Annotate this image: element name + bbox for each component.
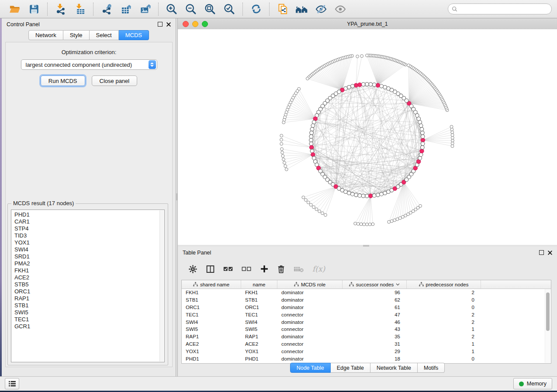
delete-column-icon[interactable] xyxy=(277,265,285,274)
table-scrollbar-thumb[interactable] xyxy=(546,292,550,331)
tab-network[interactable]: Network xyxy=(28,30,63,40)
column-header-shared-name[interactable]: shared name xyxy=(182,280,241,289)
node-table-body: FKH1FKH1dominator962STB1STB1dominator620… xyxy=(182,289,551,362)
task-list-icon xyxy=(8,381,16,387)
search-icon xyxy=(452,6,458,12)
float-table-panel-icon[interactable] xyxy=(539,250,544,255)
search-input[interactable] xyxy=(458,6,548,13)
tab-select[interactable]: Select xyxy=(90,30,119,40)
table-row[interactable]: SWI5SWI5connector431 xyxy=(182,326,551,333)
memory-button[interactable]: Memory xyxy=(513,378,552,389)
zoom-in-icon xyxy=(166,3,178,15)
import-network-button[interactable] xyxy=(54,3,67,16)
deselect-all-rows-icon[interactable] xyxy=(242,265,252,272)
table-row[interactable]: SWI4SWI4dominator462 xyxy=(182,318,551,326)
tab-motifs[interactable]: Motifs xyxy=(418,363,445,373)
table-scrollbar[interactable] xyxy=(545,289,550,363)
mcds-tab-panel: Optimization criterion: largest connecte… xyxy=(5,42,173,367)
open-file-button[interactable] xyxy=(8,3,21,16)
table-row[interactable]: STB1STB1dominator620 xyxy=(182,296,551,304)
hide-selected-button[interactable] xyxy=(315,3,328,16)
mcds-result-item[interactable]: STP4 xyxy=(14,225,164,232)
mcds-result-item[interactable]: STB5 xyxy=(14,281,164,288)
table-settings-gear-icon[interactable] xyxy=(188,265,197,274)
task-history-button[interactable] xyxy=(5,378,19,389)
show-all-icon xyxy=(334,3,346,15)
tab-mcds[interactable]: MCDS xyxy=(119,30,149,40)
mcds-result-item[interactable]: CAR1 xyxy=(14,218,164,225)
zoom-out-button[interactable] xyxy=(184,3,197,16)
mcds-result-item[interactable]: ORC1 xyxy=(14,288,164,295)
mcds-result-item[interactable]: STB1 xyxy=(14,302,164,309)
table-row[interactable]: ACE2ACE2connector311 xyxy=(182,340,551,348)
duplicate-network-icon xyxy=(277,3,289,15)
tab-style[interactable]: Style xyxy=(63,30,90,40)
mcds-result-item[interactable]: TID3 xyxy=(14,232,164,239)
float-panel-icon[interactable] xyxy=(158,22,163,27)
refresh-layout-button[interactable] xyxy=(249,3,263,16)
export-table-button[interactable] xyxy=(119,3,132,16)
mcds-list-scrollbar[interactable] xyxy=(159,210,164,361)
table-row[interactable]: PHD1PHD1dominator180 xyxy=(182,355,551,362)
table-row[interactable]: ORC1ORC1dominator610 xyxy=(182,304,551,311)
status-bar: Memory xyxy=(0,376,557,391)
tab-node-table[interactable]: Node Table xyxy=(290,363,331,373)
save-session-button[interactable] xyxy=(28,3,41,16)
add-column-icon[interactable] xyxy=(260,265,269,273)
export-network-button[interactable] xyxy=(100,3,113,16)
zoom-fit-button[interactable] xyxy=(204,3,217,16)
import-table-button[interactable] xyxy=(73,3,86,16)
mcds-result-item[interactable]: SWI4 xyxy=(14,246,164,253)
mcds-result-item[interactable]: PMA2 xyxy=(14,260,164,267)
mcds-result-item[interactable]: SRD1 xyxy=(14,253,164,260)
mcds-result-list[interactable]: PHD1CAR1STP4TID3YOX1SWI4SRD1PMA2FKH1ACE2… xyxy=(11,210,165,362)
column-header-mcds-role[interactable]: MCDS role xyxy=(277,280,343,289)
mcds-result-item[interactable]: PHD1 xyxy=(14,211,164,218)
tab-edge-table[interactable]: Edge Table xyxy=(331,363,370,373)
delete-table-icon xyxy=(294,265,304,273)
network-window: YPA_prune.txt_1 xyxy=(178,18,557,245)
column-header-successor-nodes[interactable]: successor nodes xyxy=(343,280,407,289)
first-neighbors-button[interactable] xyxy=(295,3,308,16)
node-table: shared name name MCDS role successor nod… xyxy=(181,280,551,364)
close-panel-icon[interactable] xyxy=(166,22,171,27)
mcds-result-item[interactable]: FKH1 xyxy=(14,267,164,274)
main-toolbar xyxy=(0,0,557,18)
mcds-result-item[interactable]: RAP1 xyxy=(14,295,164,302)
zoom-selected-icon xyxy=(223,3,235,15)
export-image-button[interactable] xyxy=(138,3,152,16)
show-all-button[interactable] xyxy=(334,3,347,16)
table-panel: Table Panel f(x) shared name name MCDS r… xyxy=(178,247,557,376)
first-neighbors-icon xyxy=(295,3,308,16)
search-box[interactable] xyxy=(448,3,552,14)
table-row[interactable]: TEC1TEC1connector472 xyxy=(182,311,551,318)
tab-network-table[interactable]: Network Table xyxy=(370,363,418,373)
memory-button-label: Memory xyxy=(527,381,547,387)
column-header-predecessor-nodes[interactable]: predecessor nodes xyxy=(407,280,481,289)
close-panel-button[interactable]: Close panel xyxy=(92,76,138,86)
mcds-result-item[interactable]: TEC1 xyxy=(14,316,164,323)
close-table-panel-icon[interactable] xyxy=(548,251,552,255)
select-all-rows-icon[interactable] xyxy=(223,265,233,272)
duplicate-network-button[interactable] xyxy=(276,3,289,16)
run-mcds-button[interactable]: Run MCDS xyxy=(41,76,85,86)
network-window-titlebar[interactable]: YPA_prune.txt_1 xyxy=(178,18,557,30)
zoom-in-button[interactable] xyxy=(165,3,178,16)
table-row[interactable]: YOX1YOX1connector291 xyxy=(182,347,551,355)
table-row[interactable]: FKH1FKH1dominator962 xyxy=(182,289,551,296)
memory-status-dot-icon xyxy=(519,382,524,386)
column-header-name[interactable]: name xyxy=(241,280,277,289)
zoom-selected-button[interactable] xyxy=(223,3,236,16)
mcds-result-title: MCDS result (17 nodes) xyxy=(11,200,76,206)
split-view-icon[interactable] xyxy=(206,265,215,274)
vertical-splitter-handle[interactable] xyxy=(176,193,177,200)
mcds-result-item[interactable]: GCR1 xyxy=(14,323,164,330)
control-panel-header: Control Panel xyxy=(2,18,176,30)
zoom-out-icon xyxy=(185,3,197,15)
optimization-criterion-select[interactable]: largest connected component (undirected) xyxy=(21,59,157,70)
mcds-result-item[interactable]: ACE2 xyxy=(14,274,164,281)
table-row[interactable]: RAP1RAP1dominator352 xyxy=(182,333,551,340)
mcds-result-item[interactable]: SWI5 xyxy=(14,309,164,316)
network-canvas[interactable] xyxy=(178,29,557,245)
mcds-result-item[interactable]: YOX1 xyxy=(14,239,164,246)
